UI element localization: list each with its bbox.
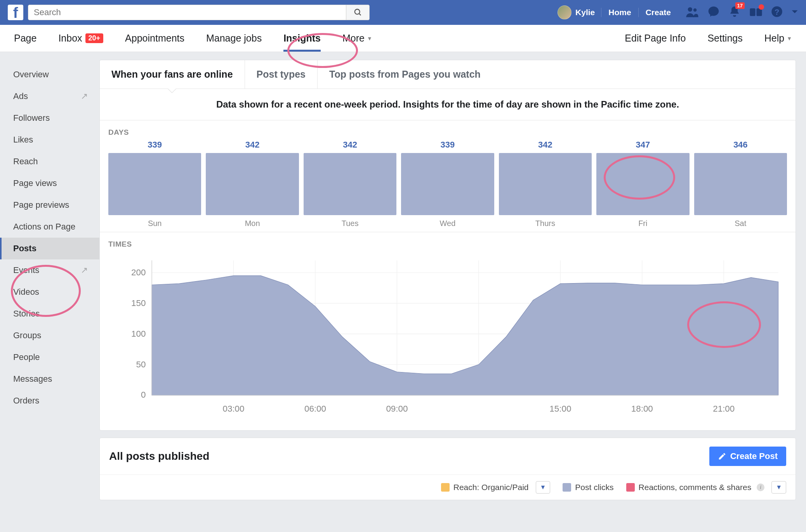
- page-nav-right: Edit Page Info Settings Help ▼: [614, 33, 803, 44]
- day-column[interactable]: 339 Wed: [401, 140, 494, 228]
- search-input[interactable]: [28, 7, 346, 17]
- external-link-icon: ↗: [81, 91, 88, 101]
- chevron-down-icon: ▼: [367, 35, 372, 42]
- messenger-icon[interactable]: [707, 5, 720, 19]
- sidebar-item-page-previews[interactable]: Page previews: [0, 194, 99, 216]
- days-row: 339 Sun342 Mon342 Tues339 Wed342: [108, 140, 787, 228]
- svg-point-3: [693, 9, 697, 12]
- info-icon[interactable]: i: [757, 483, 764, 491]
- legend-reactions-label: Reactions, comments & shares: [639, 483, 752, 492]
- day-label: Wed: [401, 219, 494, 228]
- account-dropdown-icon[interactable]: [791, 9, 798, 16]
- day-label: Sun: [108, 219, 201, 228]
- friend-requests-icon[interactable]: [686, 6, 699, 19]
- nav-inbox[interactable]: Inbox 20+: [47, 25, 114, 52]
- nav-manage-jobs[interactable]: Manage jobs: [195, 25, 273, 52]
- home-link[interactable]: Home: [601, 8, 638, 17]
- day-label: Fri: [596, 219, 689, 228]
- search-button[interactable]: [346, 5, 369, 20]
- facebook-logo[interactable]: f: [8, 5, 23, 20]
- day-value: 339: [401, 140, 494, 150]
- legend-reach-label: Reach: Organic/Paid: [453, 483, 529, 492]
- sidebar-item-label: Events: [13, 265, 39, 275]
- main: Overview Ads ↗ Followers Likes Reach Pag…: [0, 52, 806, 507]
- profile-name: Kylie: [575, 8, 595, 17]
- day-column[interactable]: 346 Sat: [694, 140, 787, 228]
- svg-text:200: 200: [131, 268, 146, 277]
- day-value: 346: [694, 140, 787, 150]
- sidebar-item-messages[interactable]: Messages: [0, 368, 99, 390]
- day-value: 342: [304, 140, 396, 150]
- sidebar-item-actions[interactable]: Actions on Page: [0, 216, 99, 238]
- day-label: Thurs: [499, 219, 592, 228]
- svg-text:150: 150: [131, 298, 146, 308]
- inbox-badge: 20+: [85, 33, 104, 43]
- sidebar-item-ads[interactable]: Ads ↗: [0, 85, 99, 107]
- svg-text:50: 50: [136, 360, 146, 369]
- reactions-dropdown[interactable]: ▼: [771, 481, 786, 494]
- gaming-icon[interactable]: [749, 6, 763, 19]
- sidebar-item-orders[interactable]: Orders: [0, 390, 99, 412]
- times-label: TIMES: [108, 240, 787, 249]
- day-label: Mon: [206, 219, 299, 228]
- times-section: TIMES 05010015020003:0006:0009:0015:0018…: [100, 232, 796, 430]
- avatar: [558, 5, 571, 19]
- tab-top-posts[interactable]: Top posts from Pages you watch: [318, 60, 492, 89]
- create-link[interactable]: Create: [638, 8, 678, 17]
- nav-more[interactable]: More ▼: [332, 25, 383, 52]
- day-column[interactable]: 347 Fri: [596, 140, 689, 228]
- topbar: f Kylie Home Create 17: [0, 0, 806, 25]
- nav-edit-page-info[interactable]: Edit Page Info: [614, 33, 697, 44]
- search-wrap: [28, 5, 370, 20]
- nav-insights[interactable]: Insights: [273, 25, 332, 52]
- svg-point-0: [354, 9, 360, 14]
- sidebar-item-page-views[interactable]: Page views: [0, 172, 99, 194]
- top-icons: 17 ?: [686, 5, 798, 19]
- sidebar-item-events[interactable]: Events ↗: [0, 259, 99, 281]
- all-posts-header: All posts published Create Post: [100, 438, 796, 475]
- profile-link[interactable]: Kylie: [551, 5, 601, 19]
- nav-more-label: More: [342, 33, 365, 44]
- swatch-blue: [563, 483, 571, 492]
- notification-badge: 17: [735, 2, 745, 9]
- day-column[interactable]: 339 Sun: [108, 140, 201, 228]
- nav-help[interactable]: Help ▼: [754, 33, 803, 44]
- legend-row: Reach: Organic/Paid ▼ Post clicks Reacti…: [100, 475, 796, 500]
- day-column[interactable]: 342 Tues: [304, 140, 396, 228]
- nav-inbox-label: Inbox: [58, 33, 82, 44]
- create-post-label: Create Post: [730, 451, 778, 461]
- day-value: 347: [596, 140, 689, 150]
- tab-fans-online[interactable]: When your fans are online: [100, 60, 245, 89]
- reach-dropdown[interactable]: ▼: [536, 481, 551, 494]
- all-posts-title: All posts published: [109, 450, 209, 462]
- sidebar-item-groups[interactable]: Groups: [0, 325, 99, 346]
- sidebar-item-followers[interactable]: Followers: [0, 107, 99, 129]
- day-column[interactable]: 342 Mon: [206, 140, 299, 228]
- search-icon: [354, 8, 362, 17]
- legend-clicks: Post clicks: [563, 483, 613, 492]
- day-value: 339: [108, 140, 201, 150]
- sidebar-item-videos[interactable]: Videos: [0, 281, 99, 303]
- sidebar-item-stories[interactable]: Stories: [0, 303, 99, 325]
- help-icon[interactable]: ?: [771, 6, 783, 19]
- sidebar-item-posts[interactable]: Posts: [0, 238, 99, 259]
- tab-post-types[interactable]: Post types: [245, 60, 318, 89]
- topbar-right: Kylie Home Create 17 ?: [551, 5, 798, 19]
- day-bar: [206, 153, 299, 215]
- day-bar: [596, 153, 689, 215]
- sidebar-item-overview[interactable]: Overview: [0, 64, 99, 85]
- pencil-icon: [718, 452, 726, 461]
- swatch-orange: [441, 483, 450, 492]
- legend-reactions: Reactions, comments & shares i ▼: [626, 481, 786, 494]
- sidebar-item-reach[interactable]: Reach: [0, 151, 99, 172]
- sidebar-item-people[interactable]: People: [0, 346, 99, 368]
- sidebar-item-likes[interactable]: Likes: [0, 129, 99, 151]
- notifications-icon[interactable]: 17: [728, 5, 741, 19]
- svg-text:18:00: 18:00: [631, 404, 653, 414]
- svg-text:15:00: 15:00: [549, 404, 571, 414]
- day-column[interactable]: 342 Thurs: [499, 140, 592, 228]
- create-post-button[interactable]: Create Post: [709, 447, 786, 466]
- nav-appointments[interactable]: Appointments: [114, 25, 195, 52]
- nav-page[interactable]: Page: [3, 25, 47, 52]
- nav-settings[interactable]: Settings: [697, 33, 753, 44]
